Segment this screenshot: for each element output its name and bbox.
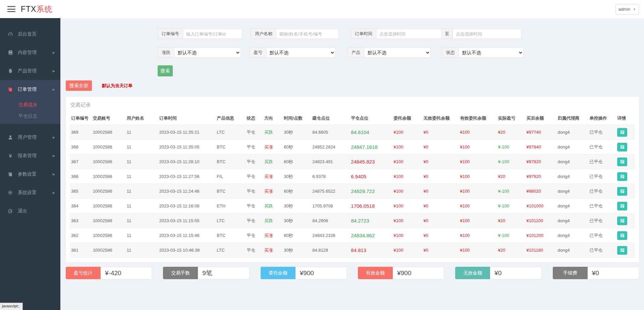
cell-entrust-balance: ¥100 [392, 140, 422, 154]
cell-order-id: 369 [70, 125, 92, 140]
cell-actual-pnl: ¥-100 [497, 154, 525, 169]
detail-button[interactable] [617, 172, 627, 181]
product-select[interactable]: 默认不选 [364, 48, 431, 58]
cell-order-id: 363 [70, 213, 92, 228]
cell-after-balance: ¥97820 [525, 154, 556, 169]
order-no-label: 订单编号 [158, 29, 183, 39]
cell-account: 10002586 [92, 243, 125, 258]
detail-button[interactable] [617, 187, 627, 196]
sidebar-subitem-trade-flow[interactable]: 交易流水 [0, 99, 60, 111]
detail-button[interactable] [617, 158, 627, 166]
cell-order-time: 2023-03-15 11:16:08 [158, 199, 216, 213]
top-header: FTX系统 admin ▼ [0, 0, 644, 18]
cell-product: BTC [215, 154, 245, 169]
cell-entrust-balance: ¥100 [392, 199, 422, 213]
sidebar-item-content[interactable]: 内容管理 ▶ [0, 43, 60, 62]
chevron-right-icon: ▶ [53, 154, 55, 158]
status-select[interactable]: 默认不选 [459, 48, 524, 58]
cell-order-id: 367 [70, 154, 92, 169]
pnl-select[interactable]: 默认不选 [266, 48, 335, 58]
detail-button[interactable] [617, 231, 627, 240]
cell-close-point: 84.6104 [350, 125, 392, 140]
cell-valid-entrust: ¥100 [459, 184, 497, 199]
updown-label: 涨跌 [158, 48, 174, 58]
sidebar-nav: 后台首页 内容管理 ▶ 产品管理 ▶ 订单管理 ▶ 交易流水 平仓日志 [0, 18, 60, 310]
cell-open-point: 84.8129 [311, 243, 350, 258]
cell-after-balance: ¥98020 [525, 184, 556, 199]
chevron-right-icon: ▶ [53, 69, 55, 73]
user-menu-dropdown[interactable]: admin ▼ [615, 4, 639, 14]
sidebar-item-reports[interactable]: ¥ 报表管理 ▶ [0, 146, 60, 165]
cell-account: 10002586 [92, 228, 125, 243]
user-name-input[interactable] [276, 29, 339, 39]
sidebar-item-system[interactable]: 系统设置 ▶ [0, 183, 60, 202]
order-no-input[interactable] [183, 29, 242, 39]
cell-direction: 买涨 [263, 243, 283, 258]
cell-detail [616, 228, 635, 243]
cell-open-point: 6.9378 [311, 169, 350, 184]
cell-status: 平仓 [245, 228, 263, 243]
detail-button[interactable] [617, 246, 627, 255]
cell-close-point: 24834.862 [350, 228, 392, 243]
column-header: 状态 [245, 113, 263, 125]
detail-button[interactable] [617, 143, 627, 151]
column-header: 用户姓名 [125, 113, 158, 125]
table-row: 36110002586112023-03-15 10:46:39LTC平仓买涨3… [70, 243, 635, 258]
logout-icon [7, 208, 13, 214]
sidebar-item-users[interactable]: 用户管理 ▶ [0, 128, 60, 146]
cell-agent: dong4 [556, 140, 588, 154]
cell-open-point: 84.2906 [311, 213, 350, 228]
cell-open-point: 24823.491 [311, 154, 350, 169]
detail-button[interactable] [617, 128, 627, 137]
cell-control: 已平仓 [588, 199, 616, 213]
search-all-button[interactable]: 搜索全部 [66, 80, 92, 91]
app-logo: FTX系统 [21, 4, 52, 14]
menu-toggle-icon[interactable] [7, 6, 15, 12]
sidebar-item-orders[interactable]: 订单管理 ▶ [0, 80, 60, 99]
cell-valid-entrust: ¥100 [459, 213, 497, 228]
sidebar-item-logout[interactable]: 退出 [0, 202, 60, 220]
search-button[interactable]: 搜索 [158, 65, 173, 76]
column-header: 委托余额 [392, 113, 422, 125]
cell-product: ETH [215, 199, 245, 213]
cell-valid-entrust: ¥100 [459, 140, 497, 154]
updown-select[interactable]: 默认不选 [174, 48, 241, 58]
sidebar-item-product[interactable]: 产品管理 ▶ [0, 62, 60, 80]
detail-list-icon [620, 160, 625, 164]
cell-close-point: 6.9405 [350, 169, 392, 184]
time-from-input[interactable] [376, 29, 442, 39]
cell-user-name: 11 [125, 184, 158, 199]
stat-badge: 委托金额 [261, 267, 296, 279]
cell-account: 10002586 [92, 154, 125, 169]
stat-trade-count: 交易手数 9笔 [163, 267, 249, 279]
cell-valid-entrust: ¥100 [459, 243, 497, 258]
cell-close-point: 1706.0518 [350, 199, 392, 213]
sidebar-item-params[interactable]: 参数设置 ▶ [0, 165, 60, 183]
cell-agent: dong4 [556, 199, 588, 213]
cell-duration: 30秒 [282, 169, 311, 184]
status-label: 状态 [442, 48, 459, 58]
cell-after-balance: ¥97740 [525, 125, 556, 140]
cell-after-balance: ¥101200 [525, 228, 556, 243]
main-content: 订单编号 用户名称 订单时间 至 涨跌 默认不选 盈亏 默认不选 产品 默认不 [60, 18, 644, 310]
detail-button[interactable] [617, 202, 627, 210]
cell-user-name: 11 [125, 213, 158, 228]
cell-detail [616, 243, 635, 258]
sidebar-item-home[interactable]: 后台首页 [0, 25, 60, 43]
cell-user-name: 11 [125, 140, 158, 154]
sidebar-subitem-close-log[interactable]: 平仓日志 [0, 111, 60, 124]
cell-control: 已平仓 [588, 243, 616, 258]
cell-after-balance: ¥97920 [525, 169, 556, 184]
cell-product: BTC [215, 228, 245, 243]
cell-after-balance: ¥101180 [525, 243, 556, 258]
cell-account: 10002586 [92, 184, 125, 199]
column-header: 平仓点位 [350, 113, 392, 125]
cell-order-id: 364 [70, 199, 92, 213]
brand-text-black: FTX [21, 5, 36, 13]
sidebar-item-label: 订单管理 [18, 86, 37, 92]
cell-actual-pnl: ¥-100 [497, 184, 525, 199]
time-to-input[interactable] [452, 29, 521, 39]
detail-button[interactable] [617, 216, 627, 225]
brand-text-red: 系统 [36, 5, 52, 13]
column-header: 时间/点数 [282, 113, 311, 125]
